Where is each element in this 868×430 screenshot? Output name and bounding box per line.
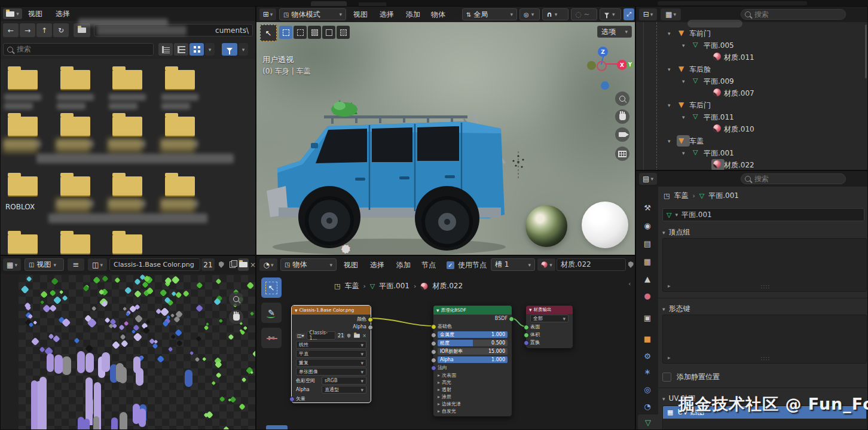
outliner-item-label[interactable]: 平面.001 <box>704 148 734 158</box>
properties-tab-tool[interactable]: ⚒ <box>638 200 657 215</box>
section-subsurface[interactable]: ▸次表面 <box>433 371 512 379</box>
editor-type-button[interactable]: ◔▾ <box>259 258 277 271</box>
slot-dropdown[interactable]: 槽 1 ▾ <box>491 258 535 271</box>
collapse-chevron[interactable]: ▾ <box>682 42 685 48</box>
socket-displacement-in[interactable] <box>524 340 529 346</box>
properties-tab-object[interactable]: ■ <box>638 331 657 346</box>
extension-dropdown[interactable]: 重复▾ <box>292 358 371 367</box>
menu-add[interactable]: 添加 <box>406 8 420 21</box>
folder-item[interactable] <box>60 234 90 254</box>
section-specular[interactable]: ▸高光 <box>433 379 512 386</box>
collapse-chevron[interactable]: ▾ <box>668 31 671 36</box>
navigation-gizmo[interactable]: Z X Y <box>582 39 630 81</box>
editor-type-button[interactable]: ▦▾ <box>3 258 21 271</box>
camera-view-button[interactable] <box>615 127 629 142</box>
rest-position-checkbox[interactable] <box>662 373 671 382</box>
panel-header-vertex-groups[interactable]: ▾顶点组 <box>662 227 690 237</box>
node-header[interactable]: ▾原理化BSDF <box>433 306 512 315</box>
editor-type-button[interactable]: ▾ <box>3 8 22 19</box>
source-dropdown[interactable]: 单张图像▾ <box>292 367 371 376</box>
outliner-row[interactable]: 材质.007 <box>636 88 868 99</box>
resize-grip[interactable]: :::: <box>760 283 770 289</box>
outliner-item-label[interactable]: 材质.022 <box>724 160 754 170</box>
section-transmission[interactable]: ▸透射 <box>433 386 512 393</box>
menu-view[interactable]: 视图 <box>344 258 358 272</box>
collapse-chevron[interactable]: ▾ <box>682 114 685 120</box>
outliner-row[interactable]: ▾▽平面.001 <box>636 148 868 158</box>
breadcrumb-data[interactable]: 平面.001 <box>708 191 739 201</box>
fake-user-button[interactable] <box>627 258 634 271</box>
outliner-item-label[interactable]: 平面.011 <box>704 112 734 123</box>
duplicate-button[interactable] <box>227 258 238 271</box>
socket-color-out[interactable] <box>368 317 373 322</box>
properties-tab-modifiers[interactable]: ⚙ <box>638 348 657 364</box>
alpha-mode-row[interactable]: Alpha 直通型▾ <box>292 385 371 394</box>
socket-volume-in[interactable] <box>524 333 529 338</box>
select-mode-subtract[interactable] <box>308 26 321 39</box>
axis-x[interactable]: X <box>617 60 627 70</box>
folder-item[interactable] <box>8 70 38 89</box>
outliner-item-label[interactable]: 平面.009 <box>704 77 734 87</box>
menu-node[interactable]: 节点 <box>421 258 436 272</box>
browse-image-button[interactable]: ◫▾ <box>88 258 107 271</box>
select-mode-intersect[interactable] <box>337 26 350 39</box>
properties-tab-output[interactable]: ▤ <box>638 236 657 251</box>
shader-type-dropdown[interactable]: ◳ 物体 ▾ <box>280 258 337 271</box>
interpolation-dropdown[interactable]: 线性▾ <box>292 340 371 349</box>
fake-user-button[interactable] <box>216 258 227 271</box>
folder-item[interactable] <box>112 176 142 196</box>
folder-item[interactable] <box>112 117 142 136</box>
folder-item[interactable] <box>165 117 195 136</box>
properties-tab-scene[interactable]: ▲ <box>638 271 657 286</box>
outliner-row[interactable]: 材质.022 <box>636 160 868 170</box>
socket-normal-in[interactable] <box>431 365 436 371</box>
search-input[interactable]: 搜索 <box>3 43 154 56</box>
unlink-button[interactable]: × <box>249 258 256 271</box>
use-nodes-checkbox[interactable]: ✓ <box>447 261 454 269</box>
node-header[interactable]: ▾材质输出 <box>526 306 573 314</box>
pan-button[interactable] <box>615 109 629 124</box>
folder-item[interactable] <box>8 234 38 254</box>
vertex-groups-list[interactable]: ▸ :::: <box>662 238 867 292</box>
mode-dropdown[interactable]: ◳ 物体模式 ▾ <box>279 8 346 20</box>
socket-surface-in[interactable] <box>524 325 529 330</box>
outliner-row[interactable]: 材质.011 <box>636 52 868 63</box>
collapse-chevron[interactable]: ▾ <box>668 66 671 72</box>
slider-alpha[interactable]: Alpha1.000 <box>433 355 512 364</box>
axis-neg[interactable] <box>587 61 596 70</box>
car-model[interactable] <box>267 90 512 255</box>
axis-z[interactable]: Z <box>598 47 608 57</box>
expand-arrow-icon[interactable]: ▸ <box>668 283 671 289</box>
gizmo-toggle-button[interactable]: ⤢ <box>624 8 634 20</box>
folder-item[interactable] <box>165 176 195 196</box>
collapse-chevron[interactable]: ▾ <box>668 102 671 108</box>
breadcrumb-object[interactable]: 车盖 <box>674 191 688 201</box>
uv-image-canvas[interactable] <box>1 274 256 430</box>
filter-button[interactable] <box>222 43 237 56</box>
node-material-output[interactable]: ▾材质输出 全部▾ 表面 体积 置换 <box>525 305 573 349</box>
outliner-row[interactable]: 材质.010 <box>636 124 868 135</box>
options-dropdown[interactable]: 选项▾ <box>597 26 632 38</box>
node-header[interactable]: ▾Classis-1.Base Color.png <box>292 306 371 315</box>
slider-roughness[interactable]: 糙度0.500 <box>433 338 512 347</box>
axis-y[interactable]: Y <box>626 61 634 68</box>
menu-view[interactable]: 视图 <box>36 260 51 270</box>
display-mode-button[interactable]: ▦▾ <box>661 8 681 20</box>
folder-item[interactable] <box>112 234 142 254</box>
projection-dropdown[interactable]: 平直▾ <box>292 349 371 358</box>
properties-tab-particles[interactable]: ∗ <box>638 364 657 379</box>
open-image-button[interactable] <box>238 258 249 271</box>
outliner-row[interactable]: ▾▽平面.005 <box>636 40 868 51</box>
menu-select[interactable]: 选择 <box>56 7 70 20</box>
pivot-dropdown[interactable]: ◎▾ <box>519 8 540 20</box>
forward-button[interactable]: → <box>20 23 35 37</box>
refresh-button[interactable]: ↻ <box>53 23 69 37</box>
outliner-item-label[interactable]: 车前门 <box>689 29 711 39</box>
outliner-item-label[interactable]: 材质.007 <box>724 89 754 99</box>
folder-item[interactable] <box>60 117 90 136</box>
display-horizontal-list-button[interactable] <box>174 43 188 56</box>
menu-add[interactable]: 添加 <box>396 258 411 272</box>
snap-dropdown[interactable]: ∩▾ <box>542 8 569 20</box>
expand-arrow-icon[interactable]: ▸ <box>668 355 671 361</box>
outliner-item-label[interactable]: 材质.010 <box>724 124 754 135</box>
